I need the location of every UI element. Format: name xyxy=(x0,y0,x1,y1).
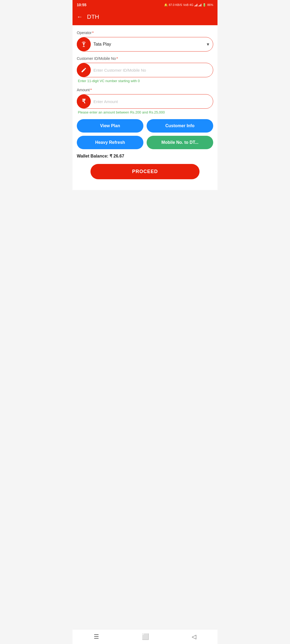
operator-label: Operator* xyxy=(77,31,213,35)
amount-input[interactable] xyxy=(91,96,213,108)
customer-id-input[interactable] xyxy=(91,64,213,76)
amount-label: Amount* xyxy=(77,88,213,92)
customer-id-field-group: Customer ID/Mobile No* Enter 11-digit VC… xyxy=(77,56,213,83)
antenna-icon xyxy=(80,41,87,48)
amount-field-group: Amount* ₹ Please enter an amount between… xyxy=(77,88,213,114)
signal-bar-7 xyxy=(200,5,201,6)
network-type: VoB 4G xyxy=(183,3,193,6)
action-buttons-row-1: View Plan Customer Info xyxy=(77,119,213,133)
battery-percent: 86% xyxy=(207,3,213,6)
operator-value: Tata Play xyxy=(91,38,207,50)
back-button[interactable]: ← xyxy=(77,13,83,20)
proceed-button[interactable]: PROCEED xyxy=(90,164,200,179)
main-content: Operator* Tata Play ▾ Customer ID/Mobile… xyxy=(73,25,218,190)
signal-bar-4 xyxy=(197,4,197,6)
amount-hint: Please enter an amount between Rs.200 an… xyxy=(77,110,213,114)
wallet-balance: Wallet Balance: ₹ 26.67 xyxy=(77,153,213,159)
network-speed: 87.0 KB/S xyxy=(169,3,182,6)
battery-icon: 🔋 xyxy=(202,3,206,7)
action-buttons-row-2: Heavy Refresh Mobile No. to DT... xyxy=(77,136,213,149)
notification-icon: 🔔 xyxy=(164,3,168,7)
customer-info-button[interactable]: Customer Info xyxy=(147,119,213,133)
wallet-label: Wallet Balance: xyxy=(77,154,108,158)
signal-bar-5 xyxy=(198,6,199,6)
status-bar: 10:55 🔔 87.0 KB/S VoB 4G 🔋 86% xyxy=(73,0,218,10)
amount-input-row: ₹ xyxy=(77,94,213,109)
view-plan-button[interactable]: View Plan xyxy=(77,119,143,133)
heavy-refresh-button[interactable]: Heavy Refresh xyxy=(77,136,143,149)
signal-bars-2 xyxy=(198,3,201,6)
operator-field-group: Operator* Tata Play ▾ xyxy=(77,31,213,52)
operator-icon xyxy=(77,37,91,51)
chevron-down-icon[interactable]: ▾ xyxy=(207,41,213,47)
operator-dropdown[interactable]: Tata Play ▾ xyxy=(77,37,213,52)
page-title: DTH xyxy=(87,13,99,20)
status-icons: 🔔 87.0 KB/S VoB 4G 🔋 86% xyxy=(164,3,213,7)
edit-icon xyxy=(77,63,91,77)
customer-id-hint: Enter 11-digit VC number starting with 0 xyxy=(77,79,213,83)
signal-bar-3 xyxy=(196,5,197,6)
signal-bar-8 xyxy=(201,4,201,6)
signal-bar-6 xyxy=(199,5,200,6)
signal-bar-2 xyxy=(195,5,196,6)
rupee-icon: ₹ xyxy=(77,94,91,108)
status-time: 10:55 xyxy=(77,3,86,7)
mobile-to-dth-button[interactable]: Mobile No. to DT... xyxy=(147,136,213,149)
wallet-amount: ₹ 26.67 xyxy=(110,154,124,158)
customer-id-input-row xyxy=(77,63,213,77)
signal-bars xyxy=(194,3,197,6)
customer-id-label: Customer ID/Mobile No* xyxy=(77,56,213,61)
pencil-icon xyxy=(81,67,87,73)
header: ← DTH xyxy=(73,10,218,25)
signal-bar-1 xyxy=(194,6,195,6)
